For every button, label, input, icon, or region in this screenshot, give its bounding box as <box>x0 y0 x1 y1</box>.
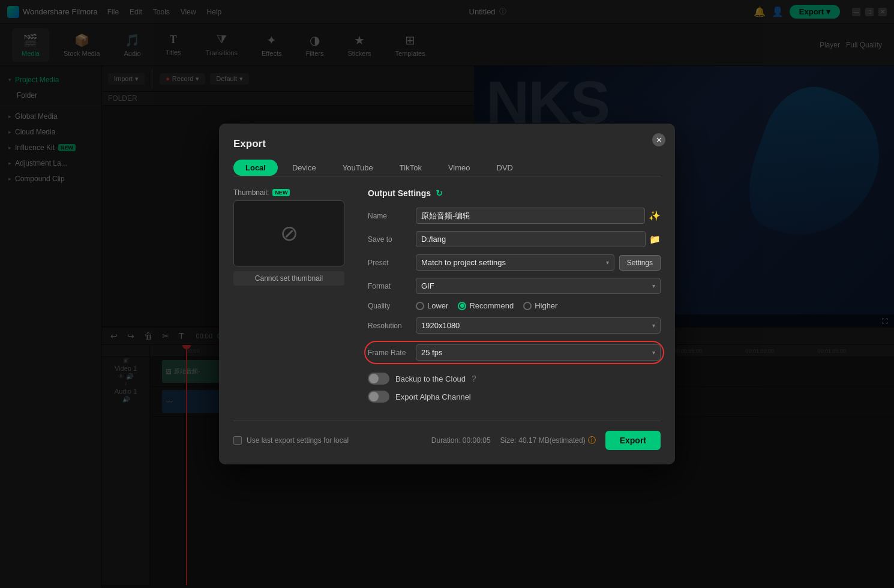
close-icon: ✕ <box>656 136 662 145</box>
frame-rate-chevron: ▾ <box>652 349 655 356</box>
frame-rate-label: Frame Rate <box>368 349 416 357</box>
name-label: Name <box>368 212 416 220</box>
quality-radio-group: Lower Recommend Higher <box>416 301 557 310</box>
preset-chevron: ▾ <box>606 259 609 266</box>
export-alpha-label: Export Alpha Channel <box>395 392 471 401</box>
modal-close-button[interactable]: ✕ <box>652 133 665 146</box>
last-export-label: Use last export settings for local <box>247 436 349 445</box>
modal-left: Thumbnail: NEW ⊘ Cannot set thumbnail <box>233 188 353 409</box>
resolution-chevron: ▾ <box>652 322 655 329</box>
backup-toggle[interactable] <box>368 373 389 385</box>
tab-local-label: Local <box>245 163 266 172</box>
quality-lower-radio <box>416 302 424 310</box>
tab-vimeo[interactable]: Vimeo <box>436 160 482 176</box>
output-settings-label: Output Settings <box>368 188 431 198</box>
preset-label: Preset <box>368 259 416 267</box>
format-row: Format GIF ▾ <box>368 278 661 294</box>
footer-right: Duration: 00:00:05 Size: 40.17 MB(estima… <box>431 431 661 450</box>
size-warning-icon: ⓘ <box>588 435 596 446</box>
modal-body: Thumbnail: NEW ⊘ Cannot set thumbnail Ou… <box>233 188 661 409</box>
tab-local[interactable]: Local <box>233 160 278 176</box>
duration-label: Duration: <box>431 436 461 445</box>
modal-right: Output Settings ↻ Name ✨ Save to <box>368 188 661 409</box>
tab-youtube[interactable]: YouTube <box>331 160 385 176</box>
export-alpha-row: Export Alpha Channel <box>368 391 661 403</box>
tab-tiktok-label: TikTok <box>400 163 422 172</box>
export-modal-label: Export <box>620 436 646 445</box>
save-to-row: Save to 📁 <box>368 231 661 247</box>
quality-higher[interactable]: Higher <box>523 301 557 310</box>
format-value: GIF <box>421 281 434 290</box>
quality-lower[interactable]: Lower <box>416 301 448 310</box>
backup-label: Backup to the Cloud <box>395 374 466 383</box>
quality-recommend[interactable]: Recommend <box>458 301 514 310</box>
thumbnail-badge: NEW <box>272 189 290 196</box>
name-input-wrapper <box>416 208 645 224</box>
modal-title: Export <box>233 138 661 150</box>
backup-help-icon[interactable]: ? <box>472 374 476 383</box>
export-modal: ✕ Export Local Device YouTube TikTok Vim… <box>219 124 675 464</box>
backup-knob <box>369 374 379 383</box>
output-settings-header: Output Settings ↻ <box>368 188 661 198</box>
quality-higher-label: Higher <box>535 301 557 310</box>
tab-tiktok[interactable]: TikTok <box>388 160 434 176</box>
format-label: Format <box>368 282 416 290</box>
format-chevron: ▾ <box>652 283 655 289</box>
duration-value: 00:00:05 <box>463 436 491 445</box>
tab-device-label: Device <box>292 163 316 172</box>
quality-recommend-radio <box>458 302 466 310</box>
save-to-label: Save to <box>368 235 416 244</box>
last-export-checkbox[interactable] <box>233 436 242 445</box>
save-to-input-wrapper <box>416 231 646 247</box>
name-input[interactable] <box>421 211 640 220</box>
footer-left: Use last export settings for local <box>233 436 349 445</box>
frame-rate-value: 25 fps <box>421 348 442 357</box>
thumbnail-text: Thumbnail: <box>233 188 269 197</box>
quality-higher-radio <box>523 302 532 310</box>
folder-browse-button[interactable]: 📁 <box>649 234 661 245</box>
resolution-label: Resolution <box>368 322 416 330</box>
quality-recommend-label: Recommend <box>469 301 514 310</box>
preset-select[interactable]: Match to project settings ▾ <box>416 254 614 271</box>
preset-row: Preset Match to project settings ▾ Setti… <box>368 254 661 271</box>
tab-dvd-label: DVD <box>497 163 513 172</box>
frame-rate-row: Frame Rate 25 fps ▾ <box>364 341 664 364</box>
tab-dvd[interactable]: DVD <box>485 160 525 176</box>
tab-youtube-label: YouTube <box>343 163 373 172</box>
ai-name-button[interactable]: ✨ <box>649 210 661 221</box>
quality-lower-label: Lower <box>427 301 448 310</box>
export-tabs: Local Device YouTube TikTok Vimeo DVD <box>233 160 661 176</box>
size-info: Size: 40.17 MB(estimated) ⓘ <box>500 435 596 446</box>
modal-overlay: ✕ Export Local Device YouTube TikTok Vim… <box>0 0 894 588</box>
settings-label: Settings <box>627 259 653 267</box>
format-select[interactable]: GIF ▾ <box>416 278 661 294</box>
save-to-input[interactable] <box>421 235 640 244</box>
cannot-thumbnail-label: Cannot set thumbnail <box>255 274 323 283</box>
frame-rate-select[interactable]: 25 fps ▾ <box>416 344 661 361</box>
resolution-row: Resolution 1920x1080 ▾ <box>368 317 661 334</box>
size-label: Size: <box>500 436 517 445</box>
thumbnail-label: Thumbnail: NEW <box>233 188 353 197</box>
export-alpha-knob <box>369 392 379 401</box>
duration-info: Duration: 00:00:05 <box>431 436 491 445</box>
thumbnail-box: ⊘ <box>233 200 344 266</box>
modal-footer: Use last export settings for local Durat… <box>233 421 661 450</box>
size-value: 40.17 MB(estimated) <box>518 436 585 445</box>
preset-settings-button[interactable]: Settings <box>619 255 661 271</box>
thumbnail-placeholder-icon: ⊘ <box>280 221 298 246</box>
backup-row: Backup to the Cloud ? <box>368 373 661 385</box>
cannot-thumbnail-button[interactable]: Cannot set thumbnail <box>233 271 344 286</box>
resolution-value: 1920x1080 <box>421 321 460 330</box>
resolution-select[interactable]: 1920x1080 ▾ <box>416 317 661 334</box>
export-alpha-toggle[interactable] <box>368 391 389 403</box>
export-modal-button[interactable]: Export <box>605 431 661 450</box>
quality-row: Quality Lower Recommend Higher <box>368 301 661 310</box>
preset-value: Match to project settings <box>421 258 506 267</box>
tab-vimeo-label: Vimeo <box>448 163 470 172</box>
name-row: Name ✨ <box>368 208 661 224</box>
thumbnail-section: Thumbnail: NEW ⊘ Cannot set thumbnail <box>233 188 353 286</box>
refresh-icon[interactable]: ↻ <box>436 188 443 198</box>
quality-label: Quality <box>368 302 416 310</box>
tab-device[interactable]: Device <box>280 160 328 176</box>
